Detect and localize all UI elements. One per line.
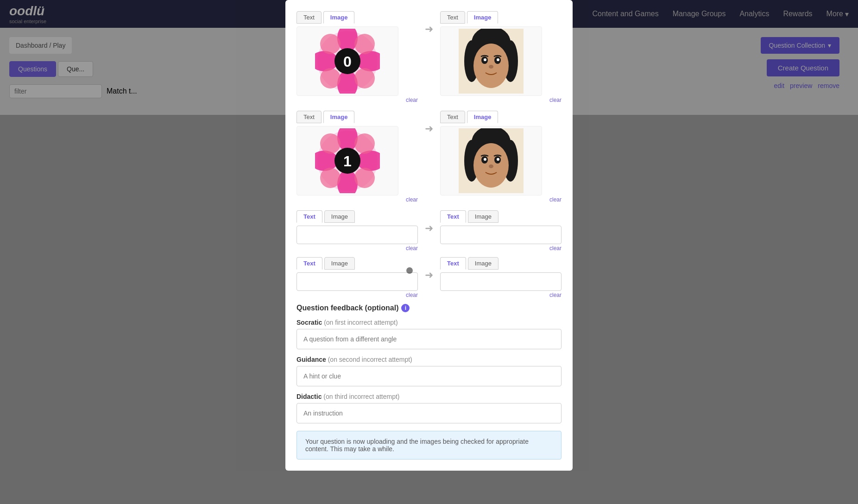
- svg-point-28: [320, 168, 341, 188]
- pair-1-right-text-tab[interactable]: Text: [440, 11, 465, 24]
- svg-point-19: [497, 58, 499, 61]
- pair-1-left-image-box: 0: [297, 26, 398, 96]
- pair-4-right-image-tab[interactable]: Image: [468, 257, 498, 270]
- pair-2-arrow: ➜: [418, 111, 440, 135]
- pair-1-right: Text Image: [440, 11, 561, 103]
- pair-3-arrow: ➜: [418, 210, 440, 234]
- arrow-right-icon-2: ➜: [425, 123, 433, 135]
- svg-point-40: [497, 158, 499, 161]
- face-image-1: [459, 29, 524, 94]
- pair-3-left-clear[interactable]: clear: [297, 245, 418, 252]
- pair-4-right-input[interactable]: [440, 272, 561, 291]
- svg-point-39: [484, 158, 486, 161]
- arrow-right-icon-4: ➜: [425, 269, 433, 281]
- flower-0-image: 0: [315, 29, 380, 94]
- socratic-input[interactable]: [297, 329, 561, 349]
- pair-4-arrow: ➜: [418, 257, 440, 281]
- pair-3-right-clear[interactable]: clear: [440, 245, 561, 252]
- pair-3-left-text-tab[interactable]: Text: [297, 210, 322, 223]
- pair-row-2: Text Image 1: [297, 111, 561, 203]
- pair-1-right-tabs: Text Image: [440, 11, 561, 24]
- pair-2-left: Text Image 1: [297, 111, 418, 203]
- pair-3-right-tabs: Text Image: [440, 210, 561, 223]
- pair-4-right-text-tab[interactable]: Text: [440, 257, 466, 270]
- arrow-right-icon: ➜: [425, 23, 433, 35]
- pair-2-left-tabs: Text Image: [297, 111, 418, 123]
- svg-text:1: 1: [343, 153, 352, 170]
- pair-3-left: Text Image clear: [297, 210, 418, 252]
- pair-4-right: Text Image clear: [440, 257, 561, 298]
- pair-3-right-input[interactable]: [440, 226, 561, 244]
- modal: Text Image: [285, 0, 573, 471]
- pair-2-left-text-tab[interactable]: Text: [297, 111, 322, 123]
- pair-1-right-image-box: [440, 26, 542, 96]
- pair-4-left-image-tab[interactable]: Image: [324, 257, 355, 270]
- pair-2-right-tabs: Text Image: [440, 111, 561, 123]
- guidance-input[interactable]: [297, 366, 561, 386]
- svg-point-8: [354, 68, 375, 88]
- pair-2-right-image-tab[interactable]: Image: [467, 111, 498, 123]
- svg-point-41: [489, 164, 493, 168]
- feedback-section-heading: Question feedback (optional) i: [297, 304, 561, 312]
- pair-1-arrow: ➜: [418, 11, 440, 35]
- pair-3-left-tabs: Text Image: [297, 210, 418, 223]
- svg-point-20: [489, 65, 493, 69]
- pair-3-right-image-tab[interactable]: Image: [468, 210, 498, 223]
- pair-4-left: Text Image clear: [297, 257, 418, 298]
- info-icon: i: [401, 304, 410, 312]
- pair-1-left: Text Image: [297, 11, 418, 103]
- svg-point-18: [484, 58, 486, 61]
- upload-notice: Your question is now uploading and the i…: [297, 431, 561, 460]
- pair-1-left-tabs: Text Image: [297, 11, 418, 24]
- pair-2-right: Text Image: [440, 111, 561, 203]
- pair-1-right-image-tab[interactable]: Image: [467, 11, 498, 24]
- svg-point-6: [354, 34, 375, 54]
- pair-4-left-input[interactable]: [297, 272, 418, 291]
- pair-3-left-image-tab[interactable]: Image: [324, 210, 355, 223]
- pair-row-3: Text Image clear ➜ Text Image clear: [297, 210, 561, 252]
- pair-4-right-clear[interactable]: clear: [440, 292, 561, 298]
- face-image-2: [459, 128, 524, 193]
- pair-3-right: Text Image clear: [440, 210, 561, 252]
- pair-2-right-image-box: [440, 126, 542, 195]
- pair-1-left-clear[interactable]: clear: [297, 97, 418, 103]
- pair-2-right-clear[interactable]: clear: [440, 196, 561, 203]
- didactic-input[interactable]: [297, 403, 561, 423]
- svg-point-27: [354, 133, 375, 154]
- svg-point-29: [354, 168, 375, 188]
- pair-2-left-image-box: 1: [297, 126, 398, 195]
- pair-4-left-tabs: Text Image: [297, 257, 418, 270]
- svg-point-7: [320, 68, 341, 88]
- socratic-label: Socratic (on first incorrect attempt): [297, 319, 561, 326]
- pair-1-left-image-tab[interactable]: Image: [323, 11, 355, 24]
- pair-row-1: Text Image: [297, 11, 561, 103]
- pair-4-right-tabs: Text Image: [440, 257, 561, 270]
- svg-text:0: 0: [343, 53, 352, 70]
- pair-3-left-input[interactable]: [297, 226, 418, 244]
- guidance-label: Guidance (on second incorrect attempt): [297, 356, 561, 363]
- svg-point-26: [320, 133, 341, 154]
- pair-3-right-text-tab[interactable]: Text: [440, 210, 466, 223]
- pair-2-right-text-tab[interactable]: Text: [440, 111, 465, 123]
- pair-1-right-clear[interactable]: clear: [440, 97, 561, 103]
- pair-4-left-text-tab[interactable]: Text: [297, 257, 322, 270]
- pair-2-left-image-tab[interactable]: Image: [323, 111, 355, 123]
- didactic-label: Didactic (on third incorrect attempt): [297, 393, 561, 400]
- modal-overlay: Text Image: [0, 0, 858, 504]
- pair-2-left-clear[interactable]: clear: [297, 196, 418, 203]
- arrow-right-icon-3: ➜: [425, 222, 433, 234]
- pair-4-left-clear[interactable]: clear: [297, 292, 418, 298]
- pair-1-left-text-tab[interactable]: Text: [297, 11, 322, 24]
- flower-1-image: 1: [315, 128, 380, 193]
- pair-row-4: Text Image clear ➜ Text Image clear: [297, 257, 561, 298]
- svg-point-5: [320, 34, 341, 54]
